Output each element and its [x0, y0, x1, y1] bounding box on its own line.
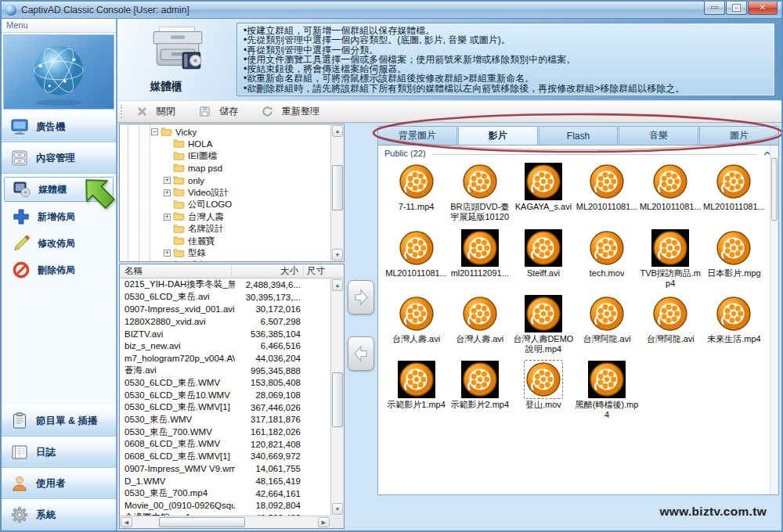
- table-row[interactable]: 0608_6LCD_東岳.WMV[1]340,669,972: [120, 451, 330, 463]
- sidebar-item-pencil[interactable]: 修改佈局: [2, 230, 116, 257]
- add-files-button[interactable]: [348, 280, 374, 315]
- media-file-item[interactable]: ML201011081...: [702, 163, 766, 222]
- media-file-item[interactable]: ML201011081...: [639, 163, 702, 222]
- sidebar-item-clipboard[interactable]: 節目單 & 插播: [2, 405, 116, 437]
- media-file-item[interactable]: 台灣人壽.avi: [448, 295, 511, 354]
- media-file-item[interactable]: 台灣阿龍.avi: [575, 295, 638, 354]
- table-row[interactable]: 0530_6LCD_東岳.WMV[1]367,446,026: [120, 401, 330, 414]
- menu-header: Menu: [2, 19, 116, 33]
- table-row[interactable]: 蒼海.avi995,345,888: [120, 365, 330, 377]
- column-size[interactable]: 大小: [232, 265, 304, 277]
- content-header: 媒體櫃 •按建立群組，可新增一個群組以保存媒體檔。•先從類別管理中選擇一個內容類…: [117, 19, 781, 100]
- table-vertical-scrollbar[interactable]: ▲ ▼: [330, 279, 344, 516]
- scroll-right-icon[interactable]: ▶: [318, 517, 330, 527]
- tree-item[interactable]: +Video設計: [120, 187, 330, 200]
- table-row[interactable]: m7_hologram720p_v004.AVI44,036,204: [120, 352, 330, 365]
- tree-item[interactable]: 公司LOGO: [120, 199, 330, 211]
- table-row[interactable]: 0530_東岳_700.mp442,664,161: [120, 487, 330, 500]
- media-file-item[interactable]: 登山.mov: [511, 361, 575, 419]
- scroll-down-icon[interactable]: ▼: [332, 503, 343, 515]
- tree-item[interactable]: +台灣人壽: [120, 211, 330, 224]
- media-file-item[interactable]: 黑醋(轉檔後).mp4: [575, 361, 638, 419]
- media-file-item[interactable]: TVB採訪商品.mp4: [639, 229, 702, 288]
- table-row[interactable]: Movie_00_(0910-0926Qsquare_P...18,092,80…: [120, 499, 330, 512]
- tree-expander-plus-icon[interactable]: +: [164, 250, 171, 257]
- sidebar-item-monitor[interactable]: 廣告機: [2, 111, 116, 142]
- tree-item[interactable]: 浮水印: [120, 260, 330, 262]
- scrollbar-thumb[interactable]: [159, 517, 245, 527]
- remove-files-button[interactable]: [348, 336, 374, 371]
- media-file-item[interactable]: 示範影片1.mp4: [384, 361, 448, 419]
- tree-expander-minus-icon[interactable]: −: [151, 128, 158, 135]
- media-file-item[interactable]: 台灣人壽DEMO說明.mp4: [511, 295, 575, 354]
- scroll-up-icon[interactable]: ▲: [332, 279, 343, 291]
- media-file-item[interactable]: tech.mov: [575, 229, 638, 288]
- media-file-item[interactable]: 台灣人壽.avi: [384, 295, 448, 354]
- tree-expander-plus-icon[interactable]: +: [164, 189, 171, 196]
- tab-images[interactable]: 圖片: [699, 126, 779, 145]
- table-row[interactable]: 0907-Impress_xvid_001.avi30,172,016: [120, 303, 330, 315]
- sidebar-item-user[interactable]: 使用者: [2, 468, 116, 499]
- table-row[interactable]: 0530_東岳_700.WMV161,182,026: [120, 426, 330, 438]
- sidebar-item-block[interactable]: 刪除佈局: [2, 257, 116, 283]
- table-row[interactable]: 0530_東岳.WMV317,181,876: [120, 414, 330, 426]
- maximize-button[interactable]: [726, 2, 747, 15]
- table-row[interactable]: D_1.WMV48,165,419: [120, 475, 330, 487]
- media-scrollbar[interactable]: [770, 146, 778, 494]
- sidebar-item-cabinet[interactable]: 內容管理: [2, 142, 116, 174]
- sidebar-item-gear[interactable]: 系統: [2, 499, 116, 530]
- sidebar-item-book[interactable]: 日誌: [2, 437, 116, 468]
- sidebar-item-media[interactable]: 媒體櫃: [4, 177, 114, 202]
- tree-item[interactable]: 名牌設計: [120, 223, 330, 235]
- tree-item[interactable]: HOLA: [120, 138, 330, 151]
- close-button[interactable]: 關閉: [128, 100, 179, 124]
- tree-item[interactable]: −Vicky: [120, 126, 330, 138]
- scroll-down-icon[interactable]: ▼: [332, 249, 343, 261]
- tree-scrollbar[interactable]: ▲ ▼: [330, 124, 344, 261]
- media-file-item[interactable]: 未來生活.mp4: [702, 295, 766, 354]
- media-file-item[interactable]: 示範影片2.mp4: [448, 361, 511, 419]
- scrollbar-thumb[interactable]: [771, 158, 778, 221]
- refresh-button[interactable]: 重新整理: [254, 100, 323, 124]
- tree-item[interactable]: 佳麗寶: [120, 235, 330, 248]
- sidebar-item-plus[interactable]: 新增佈局: [2, 203, 116, 230]
- scrollbar-thumb[interactable]: [332, 165, 343, 210]
- table-row[interactable]: 0530_6LCD_東岳10.WMV28,069,108: [120, 389, 330, 401]
- tree-item[interactable]: +only: [120, 174, 330, 187]
- tab-music[interactable]: 音樂: [619, 126, 698, 145]
- tab-flash[interactable]: Flash: [539, 126, 619, 145]
- tree-expander-plus-icon[interactable]: +: [164, 177, 171, 184]
- minimize-button[interactable]: [704, 2, 725, 15]
- media-file-item[interactable]: ML201011081...: [384, 229, 448, 288]
- table-row[interactable]: 1280X2880_xvid.avi6,507,298: [120, 315, 330, 328]
- tree-item[interactable]: map psd: [120, 163, 330, 175]
- media-file-item[interactable]: 日本影片.mpg: [702, 229, 766, 288]
- media-file-item[interactable]: 台灣阿龍.avi: [639, 295, 702, 354]
- scroll-left-icon[interactable]: ◀: [121, 517, 132, 527]
- scrollbar-thumb[interactable]: [332, 372, 343, 427]
- table-horizontal-scrollbar[interactable]: ◀ ▶: [120, 516, 330, 528]
- table-row[interactable]: 0907-Impress_WMV V9.wmv14,061,755: [120, 462, 330, 475]
- table-row[interactable]: biz_s_new.avi6,466,516: [120, 340, 330, 352]
- table-row[interactable]: 0530_6LCD_東岳.WMV153,805,408: [120, 377, 330, 390]
- table-row[interactable]: 0530_6LCD_東岳.avi30,395,173,...: [120, 291, 330, 304]
- tree-expander-plus-icon[interactable]: +: [164, 214, 171, 221]
- table-row[interactable]: BIZTV.avi536,385,104: [120, 328, 330, 340]
- tab-bg-images[interactable]: 背景圖片: [377, 126, 457, 145]
- table-row[interactable]: 0215_YIH-DAH換季冬裝_無音樂.avi2,488,394,6...: [120, 279, 330, 291]
- media-file-item[interactable]: Steiff.avi: [511, 229, 575, 288]
- media-file-item[interactable]: KAGAYA_s.avi: [511, 163, 575, 222]
- media-file-item[interactable]: BR店頭DVD-臺宇展延版101207....: [448, 163, 511, 222]
- media-file-item[interactable]: ml201112091...: [448, 229, 511, 288]
- tree-item[interactable]: +型錄: [120, 247, 330, 260]
- media-file-item[interactable]: ML201011081...: [575, 163, 638, 222]
- save-button[interactable]: 儲存: [191, 100, 241, 124]
- column-name[interactable]: 名稱: [120, 265, 232, 277]
- media-file-item[interactable]: 7-11.mp4: [384, 163, 448, 222]
- close-window-button[interactable]: ✕: [748, 2, 778, 15]
- column-dimensions[interactable]: 尺寸: [304, 265, 330, 277]
- tab-videos[interactable]: 影片: [458, 126, 538, 145]
- scroll-up-icon[interactable]: ▲: [332, 125, 343, 137]
- table-row[interactable]: 0608_6LCD_東岳.WMV120,821,408: [120, 438, 330, 451]
- tree-item[interactable]: IEI圖檔: [120, 150, 330, 163]
